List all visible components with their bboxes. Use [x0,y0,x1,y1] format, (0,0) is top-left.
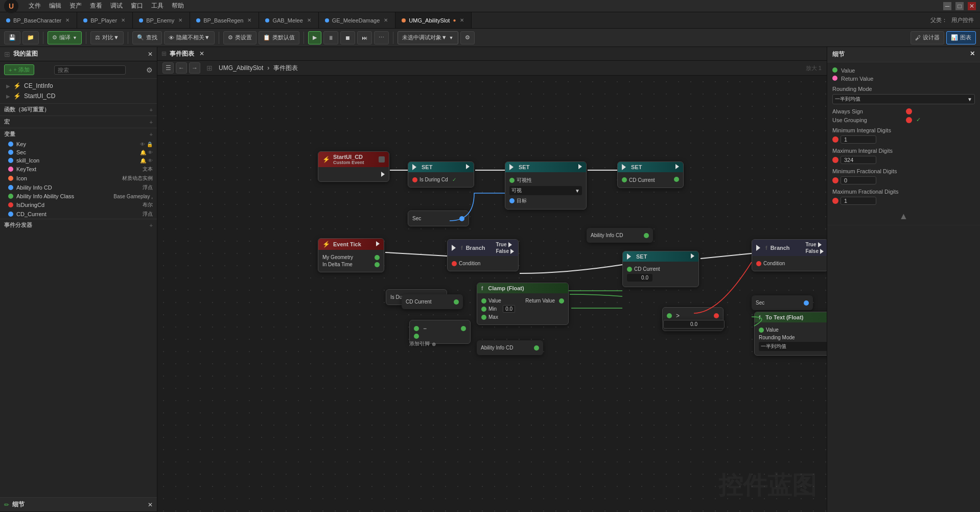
node-branch1[interactable]: f Branch True False [447,239,519,271]
tree-item-startui-cd[interactable]: ▶ ⚡ StartUI_CD [0,91,157,101]
canvas-area[interactable]: 控件蓝图 ⚡ StartUI_CD Custom Event [157,76,827,512]
variables-section-header[interactable]: 变量 + [0,128,157,140]
breadcrumb-parent[interactable]: UMG_AbilitySlot [219,64,263,72]
play-button[interactable]: ▶ [308,31,321,44]
nav-forward-btn[interactable]: → [189,62,200,74]
node-event-tick[interactable]: ⚡ Event Tick My Geometry In Delta Time [318,238,384,272]
node-set-visibility[interactable]: SET 可视性 可视 ▼ 目标 [505,161,587,210]
tree-item-ce-intinfo[interactable]: ▶ ⚡ CE_IntInfo [0,81,157,91]
set-vis-target-label: 目标 [517,197,527,204]
compare-button[interactable]: ⚖ 对比▼ [90,31,124,44]
detail-rounding-dropdown[interactable]: 一半到均值 ▼ [832,94,975,104]
menu-view[interactable]: 查看 [90,2,102,10]
var-keytext[interactable]: KeyText 文本 [0,165,157,174]
node-to-text[interactable]: f To Text (Float) Value Return Value Rou… [754,312,827,356]
tab-bp-baseregen[interactable]: BP_BaseRegen ✕ [190,12,259,28]
detail-max-frac-input[interactable] [841,197,876,205]
set-vis-label: 可视性 [517,177,532,184]
hide-button[interactable]: 👁 隐藏不相关▼ [164,31,215,44]
var-key[interactable]: Key 👁 🔒 [0,140,157,148]
browse-button[interactable]: 📁 [22,31,39,44]
var-ability-info-ability-class[interactable]: Ability Info Ability Class Base Gameplay… [0,192,157,200]
search-input[interactable] [54,65,126,75]
tab-close-baseregen[interactable]: ✕ [246,17,252,23]
node-set1[interactable]: SET Is During Cd ✓ [408,161,474,188]
node-clamp-title: Clamp (Float) [488,285,524,291]
menu-window[interactable]: 窗口 [131,2,143,10]
var-skill-icon[interactable]: skill_Icon 🔔 👁 [0,156,157,165]
var-cd-current[interactable]: CD_Current 浮点 [0,210,157,219]
to-text-rounding-dropdown[interactable]: 一半到均值 ▼ [759,342,827,351]
node-sec-right[interactable]: Sec [752,295,813,310]
step-button[interactable]: ⏭ [357,31,372,44]
close-button[interactable]: ✕ [968,2,976,10]
node-clamp[interactable]: f Clamp (Float) Value Return Value Min 0… [477,283,569,325]
stop-button[interactable]: ⏹ [340,31,355,44]
tab-close-gab-melee[interactable]: ✕ [306,17,312,23]
tab-bp-basecharacter[interactable]: BP_BaseCharacter ✕ [0,12,77,28]
detail-rounding-dropdown-row[interactable]: 一半到均值 ▼ [832,94,975,104]
var-icon[interactable]: Icon 材质动态实例 [0,174,157,183]
save-button[interactable]: 💾 [4,31,20,44]
menu-asset[interactable]: 资产 [69,2,82,10]
node-set3[interactable]: SET CD Current [617,161,684,188]
menu-edit[interactable]: 编辑 [49,2,61,10]
left-panel-close[interactable]: ✕ [148,51,153,58]
menu-tools[interactable]: 工具 [151,2,164,10]
visibility-dropdown[interactable]: 可视 ▼ [509,186,582,195]
node-branch2[interactable]: f Branch True False [752,239,827,271]
macros-section-header[interactable]: 宏 + [0,115,157,128]
set-mid-cd-current-label: CD Current [634,266,660,272]
var-sec[interactable]: Sec 🔔 👁 [0,148,157,156]
node-ability-info-cd-bot[interactable]: Ability Info CD [477,340,543,355]
node-cd-current-float[interactable]: CD Current [402,294,463,309]
scroll-up-btn[interactable]: ▲ [832,211,975,222]
detail-max-integral-input[interactable] [841,156,876,164]
pause-button[interactable]: ⏸ [323,31,338,44]
graph-tab-close[interactable]: ✕ [199,50,204,57]
debug-options-button[interactable]: ⚙ [460,31,475,44]
right-panel-close[interactable]: ✕ [970,50,975,57]
clamp-min-value[interactable]: 0.0 [503,305,515,313]
tab-bp-enemy[interactable]: BP_Enemy ✕ [133,12,190,28]
var-ability-info-cd[interactable]: Ability Info CD 浮点 [0,183,157,192]
more-play-options[interactable]: ⋯ [374,31,389,44]
maximize-button[interactable]: □ [955,2,964,10]
detail-min-frac-input[interactable] [841,176,876,184]
tab-umg-abilityslot[interactable]: UMG_AbilitySlot ● ✕ [395,12,472,28]
functions-section-header[interactable]: 函数（36可重置） + [0,103,157,115]
detail-min-integral-input[interactable] [841,135,876,144]
add-pin-btn[interactable]: 添加引脚 ⊕ [409,340,436,347]
details-close[interactable]: ✕ [148,501,153,508]
add-button[interactable]: + + 添加 [4,64,34,75]
compile-button[interactable]: ⚙ 编译 ▼ [48,31,82,44]
node-set-mid[interactable]: SET CD Current 0.0 [622,251,699,287]
menu-help[interactable]: 帮助 [172,2,184,10]
settings-icon[interactable]: ⚙ [146,66,153,74]
tab-close-basecharacter[interactable]: ✕ [64,17,71,23]
tab-gab-melee[interactable]: GAB_Melee ✕ [259,12,318,28]
debug-target-dropdown[interactable]: 未选中调试对象▼ ▼ [398,31,458,44]
nav-dropdown-btn[interactable]: ☰ [162,62,174,74]
tab-close-enemy[interactable]: ✕ [177,17,183,23]
node-sec[interactable]: Sec [408,211,469,226]
tab-ge-meleedamage[interactable]: GE_MeleeDamage ✕ [319,12,396,28]
var-isduringcd[interactable]: IsDuringCd 布尔 [0,200,157,210]
tab-close-ge-meleedamage[interactable]: ✕ [383,17,389,23]
class-settings-button[interactable]: ⚙ 类设置 [223,31,256,44]
node-ability-info-cd-top[interactable]: Ability Info CD [587,228,653,243]
event-dispatcher-header[interactable]: 事件分发器 + [0,219,157,231]
designer-button[interactable]: 🖋 设计器 [911,31,944,44]
nav-back-btn[interactable]: ← [176,62,187,74]
menu-file[interactable]: 文件 [29,2,41,10]
class-defaults-button[interactable]: 📋 类默认值 [259,31,299,44]
find-button[interactable]: 🔍 查找 [132,31,162,44]
minimize-button[interactable]: ─ [943,2,951,10]
tab-bp-player[interactable]: BP_Player ✕ [77,12,133,28]
graph-button[interactable]: 📊 图表 [946,31,976,44]
node-zero-value[interactable]: 0.0 [663,320,725,329]
menu-debug[interactable]: 调试 [110,2,123,10]
node-startui-cd[interactable]: ⚡ StartUI_CD Custom Event [318,151,389,182]
tab-close-player[interactable]: ✕ [120,17,126,23]
tab-close-umg-abilityslot[interactable]: ✕ [459,17,465,23]
